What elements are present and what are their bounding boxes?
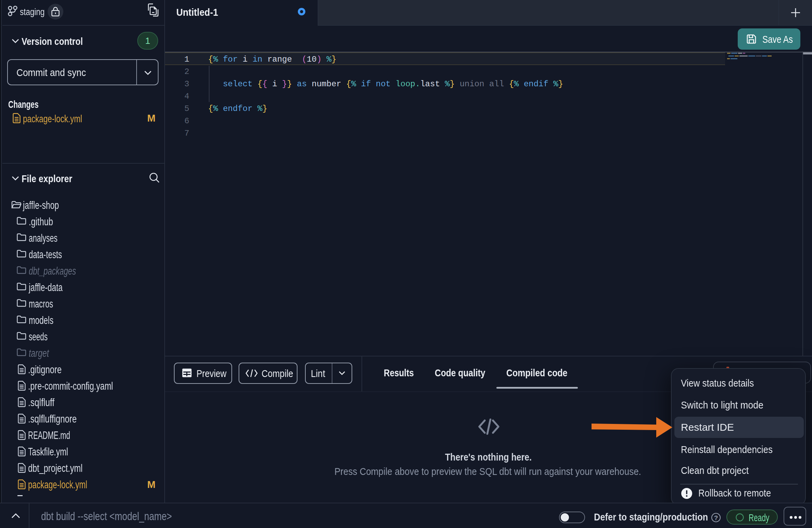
svg-text:?: ? — [714, 514, 718, 521]
